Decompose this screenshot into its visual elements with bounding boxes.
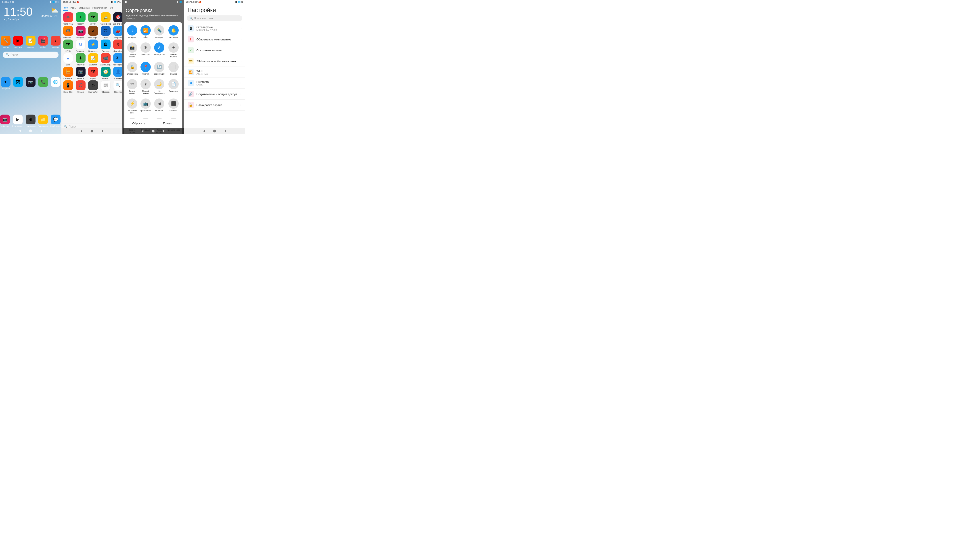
tile-economy[interactable]: 📄 Экономия xyxy=(167,78,180,96)
list-item[interactable]: ⚙Настройки xyxy=(88,80,99,93)
list-item[interactable]: 🎯Call of Duty xyxy=(112,12,123,25)
status-bar-p2: 15:59 1,8 КБ/с 🍎 ▐▌ 🌐 67% xyxy=(61,0,123,4)
list-item[interactable]: 🚕Такси Бонд xyxy=(100,12,111,25)
tile-screenshot[interactable]: 📸 Снимок экрана xyxy=(126,41,138,59)
app-chrome[interactable]: 🌐 xyxy=(51,77,60,90)
tile-location[interactable]: 📍 Местоп. xyxy=(140,60,152,76)
settings-item-security[interactable]: ✓ Состояние защиты › xyxy=(184,45,245,56)
tile-power[interactable]: ⚡ Экономия эне. xyxy=(126,97,138,115)
settings-item-update[interactable]: ⬆ Обновление компонентов › xyxy=(184,34,245,45)
app-notes[interactable]: 📝 Заметки xyxy=(26,36,35,48)
tile-internet[interactable]: ↕ Интернет xyxy=(126,24,138,40)
list-item[interactable]: ⚡Безопасн. xyxy=(88,40,99,52)
list-item[interactable]: 🎙Диктофон xyxy=(112,40,123,52)
more-icon[interactable]: ☰ xyxy=(118,6,121,10)
nav-recent-p2[interactable]: ▮ xyxy=(100,129,105,133)
list-item[interactable]: 📷Камера xyxy=(75,67,86,80)
tile-dnd[interactable]: 🌙 Не беспокоить xyxy=(153,78,165,96)
app-youtube[interactable]: ▶ YouTube xyxy=(13,36,23,48)
app-ochcistka[interactable]: 🔧 Очистка xyxy=(1,36,11,48)
list-item[interactable]: 🗺2ГИС xyxy=(88,12,99,25)
reset-button[interactable]: Сбросить xyxy=(124,119,153,128)
settings-item-wifi[interactable]: 📶 Wi-Fi ASUS_5G › xyxy=(184,67,245,78)
nav-back-p3[interactable]: ◀ xyxy=(140,129,145,133)
list-item[interactable]: 🗺2ГИС xyxy=(62,40,74,52)
app-music[interactable]: ♪ Музыка xyxy=(51,36,60,48)
tab-entertainment[interactable]: Развлечения xyxy=(92,6,108,11)
tile-bluetooth[interactable]: ✱ Bluetooth xyxy=(140,41,152,59)
tile-lock[interactable]: 🔒 Блокировка xyxy=(126,60,138,76)
list-item[interactable]: 31Календарь xyxy=(112,53,123,66)
list-item[interactable]: GАссистент xyxy=(75,40,86,52)
tile-mishare[interactable]: ◀ Mi Share xyxy=(153,97,165,115)
nav-home-p2[interactable]: ⬤ xyxy=(90,129,94,133)
list-item[interactable]: 📝Заметки xyxy=(88,53,99,66)
list-item[interactable]: 📰• Новости xyxy=(100,80,111,93)
tile-cast[interactable]: 📺 Трансляция xyxy=(140,97,152,115)
dock-settings[interactable]: ⚙ Настройки xyxy=(26,115,35,127)
nav-home-p4[interactable]: ⬤ xyxy=(212,129,216,133)
app-telegram[interactable]: ✈ Telegram xyxy=(1,77,11,90)
app-inshot[interactable]: 🎬 InShot xyxy=(38,36,48,48)
list-item[interactable]: 🧮Калькуля. xyxy=(62,67,74,80)
list-item[interactable]: 🗺Карты xyxy=(88,67,99,80)
dock-play[interactable]: ▶ Play Маркет xyxy=(12,115,23,127)
list-item[interactable]: ⚔Final Fight. xyxy=(88,26,99,39)
app-camera[interactable]: 📷 xyxy=(26,77,35,90)
app-phone[interactable]: 📞 xyxy=(38,77,48,90)
nav-recent-p3[interactable]: ▮ xyxy=(162,129,166,133)
app-label: Instagram xyxy=(75,37,86,39)
tab-other[interactable]: Фо xyxy=(109,6,113,11)
list-item[interactable]: 🎵Музыка xyxy=(75,80,86,93)
list-item[interactable]: ♪Spotify xyxy=(75,12,86,25)
settings-item-sim[interactable]: 💳 SIM-карты и мобильные сети › xyxy=(184,56,245,67)
settings-item-connection[interactable]: 🔗 Подключение и общий доступ › xyxy=(184,89,245,100)
settings-search[interactable]: 🔍 Поиск настроек xyxy=(187,16,243,21)
list-item[interactable]: 📱Меню SIM. xyxy=(62,80,74,93)
data-speed: 0,4 КБ/с xyxy=(2,1,9,3)
tab-social[interactable]: Общение xyxy=(78,6,90,11)
tab-all[interactable]: Все xyxy=(63,5,68,11)
settings-item-bluetooth[interactable]: ✱ Bluetooth Откл. › xyxy=(184,78,245,89)
done-button[interactable]: Готово xyxy=(153,119,182,128)
settings-item-about[interactable]: 📱 О телефоне MIUI Global 12.0.3 › xyxy=(184,23,245,34)
tile-dark[interactable]: ☀ Тёмный режим xyxy=(140,78,152,96)
nav-recent-p4[interactable]: ▮ xyxy=(223,129,227,133)
nav-back-p2[interactable]: ◀ xyxy=(79,129,83,133)
dock-messages[interactable]: 💬 Сообщения xyxy=(50,115,61,127)
tile-brightness[interactable]: A Автояркость xyxy=(153,41,165,59)
list-item[interactable]: ⬇Загрузки xyxy=(75,53,86,66)
list-item[interactable]: 🚗• Asphalt. xyxy=(112,26,123,39)
tile-float[interactable]: ⬛ Плаваю. xyxy=(167,97,180,115)
list-item[interactable]: 🎮PUBG MO. xyxy=(62,26,74,39)
nav-home-p3[interactable]: ⬤ xyxy=(151,129,155,133)
nav-home[interactable]: ⬤ xyxy=(29,129,33,133)
tile-reading[interactable]: 👁 Режим чтения xyxy=(126,78,138,96)
list-item[interactable]: 🧭Компас xyxy=(100,67,111,80)
settings-item-lockscreen[interactable]: 🔒 Блокировка экрана › xyxy=(184,100,245,111)
tile-airplane[interactable]: ✈ Режим полёта xyxy=(167,41,180,59)
tile-silent[interactable]: 🔔 Без звука xyxy=(167,24,180,40)
list-item[interactable]: ▲Диск xyxy=(62,53,74,66)
list-item[interactable]: 🖼Галерея xyxy=(100,40,111,52)
nav-back[interactable]: ◀ xyxy=(18,129,22,133)
list-item[interactable]: 📷Instagram xyxy=(75,26,86,39)
app-gallery[interactable]: 🖼 xyxy=(13,77,23,90)
app-icon-ochcistka: 🔧 xyxy=(1,36,11,46)
list-item[interactable]: 🔍Объектив xyxy=(112,80,123,93)
nav-recent[interactable]: ▮ xyxy=(39,129,43,133)
tab-games[interactable]: Игры xyxy=(70,6,76,11)
settings-text-sim: SIM-карты и мобильные сети xyxy=(197,60,238,63)
tile-wifi[interactable]: 📶 Wi-Fi xyxy=(140,24,152,40)
search-bar[interactable]: 🔍 Поиск xyxy=(3,52,59,58)
tile-flashlight[interactable]: 🔦 Фонарик xyxy=(153,24,165,40)
dock-explorer[interactable]: 📁 Проводник xyxy=(38,115,48,127)
list-item[interactable]: 🎮Pirate Trea. xyxy=(62,12,74,25)
list-item[interactable]: 👤Контакты xyxy=(112,67,123,80)
tile-scan[interactable]: ⬜ Сканер xyxy=(167,60,180,76)
dock-instagram[interactable]: 📷 Instagram xyxy=(0,115,10,127)
nav-back-p4[interactable]: ◀ xyxy=(202,129,206,133)
tile-rotate[interactable]: 🔄 Ориентации xyxy=(153,60,165,76)
list-item[interactable]: 🛡Raid xyxy=(100,26,111,39)
list-item[interactable]: 📹Запись экр. xyxy=(100,53,111,66)
